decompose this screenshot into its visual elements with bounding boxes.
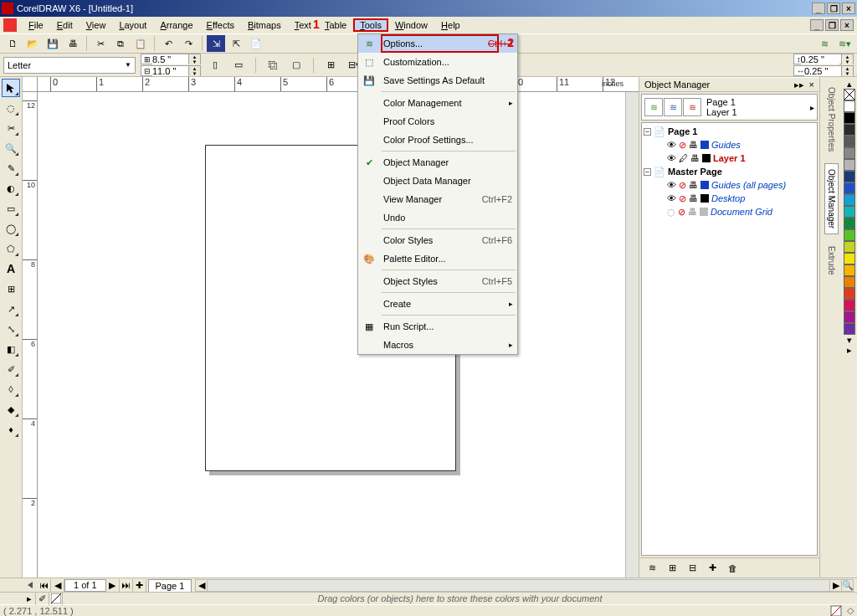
tree-page1[interactable]: − 📄 Page 1 [644, 125, 815, 138]
snap-button[interactable]: ≋ [815, 35, 834, 52]
object-manager-titlebar[interactable]: Object Manager ▸▸ × [639, 77, 819, 92]
tree-doc-grid[interactable]: ◌⊘🖶 Document Grid [644, 205, 815, 218]
tools-menu-object-styles[interactable]: Object StylesCtrl+F5 [358, 272, 517, 290]
tools-menu-object-manager[interactable]: ✔Object Manager [358, 153, 517, 172]
open-button[interactable]: 📂 [23, 35, 42, 52]
paper-size-value[interactable] [8, 60, 123, 70]
import-button[interactable]: ⇲ [207, 35, 225, 52]
first-page-button[interactable]: ⏮ [38, 579, 51, 592]
color-swatch[interactable] [844, 159, 855, 171]
close-button[interactable]: × [842, 3, 855, 14]
pick-tool[interactable] [2, 79, 20, 97]
color-swatch[interactable] [844, 124, 855, 136]
tools-menu-undo[interactable]: Undo [358, 208, 517, 227]
om-footer-button-3[interactable]: ✚ [703, 560, 721, 577]
outline-tool[interactable]: ◊ [2, 380, 20, 398]
publish-pdf-button[interactable]: 📄 [247, 35, 265, 52]
doc-minimize-button[interactable]: _ [810, 19, 824, 31]
save-button[interactable]: 💾 [44, 35, 62, 52]
view-navigator-icon[interactable]: 🔍 [841, 580, 853, 591]
redo-button[interactable]: ↷ [179, 35, 198, 52]
tools-menu-palette-editor[interactable]: 🎨Palette Editor... [358, 249, 517, 268]
polygon-tool[interactable]: ⬠ [2, 239, 20, 258]
horizontal-ruler[interactable]: 0123456789101112 [38, 77, 639, 92]
smart-fill-tool[interactable]: ◐ [2, 179, 20, 198]
cut-button[interactable]: ✂ [91, 35, 110, 52]
storewell-nofill-icon[interactable] [49, 593, 63, 605]
om-footer-button-1[interactable]: ⊞ [663, 560, 681, 577]
menu-window[interactable]: Window [388, 18, 434, 32]
outline-indicator-icon[interactable]: ◇ [847, 605, 854, 616]
doc-restore-button[interactable]: ❐ [825, 19, 839, 31]
print-button[interactable]: 🖶 [64, 35, 82, 52]
text-tool[interactable]: A [2, 259, 20, 278]
menu-table[interactable]: Table [318, 18, 353, 32]
page-tab[interactable]: Page 1 [148, 579, 192, 592]
options-button[interactable]: ≋▾ [835, 35, 854, 52]
crop-tool[interactable]: ✂ [2, 119, 20, 137]
om-layer-color-swatch[interactable]: ≋ [683, 98, 701, 116]
menu-effects[interactable]: Effects [200, 18, 241, 32]
add-page-button[interactable]: ✚ [133, 579, 146, 592]
tools-menu-proof-colors[interactable]: Proof Colors [358, 112, 517, 131]
color-swatch[interactable] [844, 218, 855, 229]
nudge-x-spinner[interactable]: ↕▲▼ [793, 54, 854, 64]
color-swatch[interactable] [844, 182, 855, 194]
color-swatch[interactable] [844, 229, 855, 241]
shape-tool[interactable]: ◌ [2, 99, 20, 117]
fill-tool[interactable]: ◆ [2, 400, 20, 418]
freehand-tool[interactable]: ✎ [2, 159, 20, 177]
minimize-button[interactable]: _ [812, 3, 825, 14]
landscape-button[interactable]: ▭ [229, 57, 248, 74]
maximize-button[interactable]: ❐ [827, 3, 840, 14]
viewport[interactable] [38, 92, 625, 578]
tools-menu-macros[interactable]: Macros▸ [358, 336, 517, 354]
om-footer-button-4[interactable]: 🗑 [723, 560, 742, 577]
color-swatch[interactable] [844, 194, 855, 206]
tree-guides-all[interactable]: 👁⊘🖶 Guides (all pages) [644, 178, 815, 192]
palette-down-icon[interactable]: ▾ [847, 335, 852, 345]
om-footer-button-0[interactable]: ≋ [643, 560, 661, 577]
eyedropper-tool[interactable]: ✐ [2, 360, 20, 378]
docker-tab-extrude[interactable]: Extrude [825, 241, 838, 280]
prev-page-button[interactable]: ◀ [51, 579, 64, 592]
menu-bitmaps[interactable]: Bitmaps [241, 18, 288, 32]
horizontal-scrollbar[interactable]: ◀ ▶ 🔍 [195, 579, 854, 592]
tools-menu-color-proof-settings[interactable]: Color Proof Settings... [358, 131, 517, 149]
paste-button[interactable]: 📋 [131, 35, 150, 52]
page-width-spinner[interactable]: ⊞▲▼ [141, 54, 201, 64]
color-swatch[interactable] [844, 147, 855, 159]
tools-menu-run-script[interactable]: ▦Run Script... [358, 317, 517, 336]
vertical-scrollbar[interactable] [625, 92, 639, 578]
interactive-tool[interactable]: ◧ [2, 340, 20, 358]
docker-tab-object-properties[interactable]: Object Properties [825, 82, 838, 157]
fill-indicator-icon[interactable] [830, 605, 842, 617]
color-swatch[interactable] [844, 264, 855, 276]
docker-tab-object-manager[interactable]: Object Manager [824, 163, 839, 234]
color-swatch[interactable] [844, 206, 855, 218]
undo-button[interactable]: ↶ [159, 35, 177, 52]
menu-edit[interactable]: Edit [50, 18, 80, 32]
om-layer-color-swatch[interactable]: ≋ [664, 98, 682, 116]
storewell-eyedropper-icon[interactable]: ✐ [36, 593, 49, 605]
table-tool[interactable]: ⊞ [2, 280, 20, 298]
color-swatch[interactable] [844, 112, 855, 124]
paper-size-combo[interactable]: ▼ [3, 57, 136, 74]
tools-menu-create[interactable]: Create▸ [358, 295, 517, 313]
no-fill-swatch[interactable] [844, 89, 855, 100]
page-height-spinner[interactable]: ⊟▲▼ [141, 65, 201, 76]
zoom-tool[interactable]: 🔍 [2, 139, 20, 157]
color-swatch[interactable] [844, 276, 855, 288]
interactive-fill-tool[interactable]: ♦ [2, 420, 20, 439]
copy-button[interactable]: ⧉ [111, 35, 130, 52]
page-counter[interactable]: 1 of 1 [64, 579, 106, 592]
tree-guides[interactable]: 👁⊘🖶 Guides [644, 138, 815, 151]
object-manager-tree[interactable]: − 📄 Page 1 👁⊘🖶 Guides 👁🖊🖶 Layer 1 − 📄 Ma… [641, 122, 818, 556]
tools-menu-customization[interactable]: ⬚Customization... [358, 53, 517, 71]
menu-help[interactable]: Help [434, 18, 467, 32]
unpin-icon[interactable]: ▸▸ [794, 80, 804, 90]
storewell-flyout-icon[interactable]: ▸ [23, 593, 36, 605]
units-button[interactable]: ⊞ [321, 57, 340, 74]
all-pages-button[interactable]: ⿻ [264, 57, 282, 74]
palette-up-icon[interactable]: ▴ [847, 79, 852, 89]
